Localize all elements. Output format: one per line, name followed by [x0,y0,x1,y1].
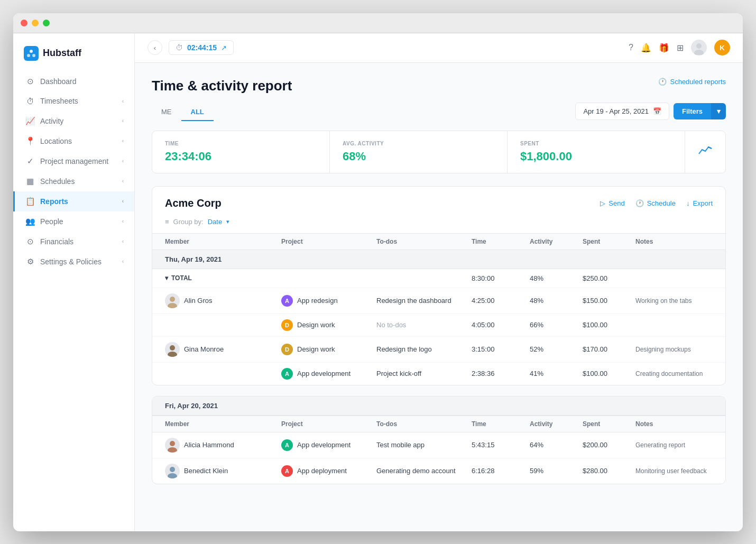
col-activity: Activity [530,420,583,428]
sidebar-item-schedules[interactable]: ▦ Schedules ‹ [13,171,134,191]
sidebar-item-label: Activity [40,117,63,125]
project-cell: D Design work [281,344,376,355]
avatar [165,342,180,357]
activity-cell: 41% [530,370,583,377]
minimize-button[interactable] [32,20,39,26]
todos-cell: Project kick-off [376,370,472,377]
user-avatar[interactable] [691,40,707,56]
col-time: Time [472,238,530,245]
report-section-2: Fri, Apr 20, 2021 Member Project To-dos … [152,396,726,484]
col-project: Project [281,420,376,428]
stat-time-value: 23:34:06 [165,150,317,163]
activity-icon: 📈 [25,116,35,126]
activity-cell: 66% [530,321,583,329]
col-notes: Notes [635,420,713,428]
project-cell: A App redesign [281,295,376,307]
tab-me[interactable]: ME [152,104,181,121]
stat-time-label: TIME [165,141,317,146]
chevron-icon: ‹ [122,218,124,224]
maximize-button[interactable] [43,20,50,26]
tab-all[interactable]: ALL [181,104,214,121]
send-action[interactable]: ▷ Send [600,199,624,207]
locations-icon: 📍 [25,136,35,146]
stat-spent-value: $1,800.00 [520,150,672,163]
sidebar-item-timesheets[interactable]: ⏱ Timesheets ‹ [13,91,134,111]
table-row: Alicia Hammond A App development Test mo… [152,432,725,458]
help-icon[interactable]: ? [629,43,633,52]
timesheets-icon: ⏱ [25,97,35,106]
date-range-picker[interactable]: Apr 19 - Apr 25, 2021 📅 [575,103,669,120]
member-cell: Gina Monroe [165,342,281,357]
member-cell: Alin Gros [165,293,281,308]
activity-cell: 59% [530,467,583,475]
total-spent: $250.00 [583,274,635,282]
col-activity: Activity [530,238,583,245]
stat-spent-label: SPENT [520,141,672,146]
svg-point-0 [30,50,33,53]
sidebar-item-dashboard[interactable]: ⊙ Dashboard [13,71,134,91]
sidebar-item-locations[interactable]: 📍 Locations ‹ [13,131,134,151]
filters-button[interactable]: Filters [674,103,711,119]
project-badge: D [281,344,293,355]
schedule-action[interactable]: 🕐 Schedule [635,199,676,207]
schedules-icon: ▦ [25,177,35,186]
group-by-dropdown-icon[interactable]: ▾ [226,218,229,225]
time-cell: 3:15:00 [472,345,530,353]
todos-cell: Redesign the logo [376,345,472,353]
sidebar-logo: Hubstaff [13,39,134,71]
sidebar-item-label: Locations [40,137,72,145]
notes-cell: Generating report [635,441,713,449]
report-actions: ▷ Send 🕐 Schedule ↓ Export [600,199,713,207]
svg-point-8 [168,352,177,357]
svg-point-3 [696,43,702,49]
notes-cell: Designing mockups [635,346,713,353]
stat-chart-area[interactable] [685,131,725,173]
close-button[interactable] [21,20,27,26]
chevron-icon: ‹ [122,118,124,124]
chevron-icon: ‹ [122,198,124,204]
notification-icon[interactable]: 🔔 [641,43,651,53]
time-cell: 2:38:36 [472,370,530,377]
spent-cell: $170.00 [583,345,635,353]
org-name: Acme Corp [165,197,222,209]
app-window: Hubstaff ⊙ Dashboard ⏱ Timesheets ‹ 📈 [13,13,743,531]
table-header: Member Project To-dos Time Activity Spen… [152,233,725,250]
col-time: Time [472,420,530,428]
sidebar-item-people[interactable]: 👥 People ‹ [13,211,134,232]
sidebar-item-label: Settings & Policies [40,257,102,266]
spent-cell: $280.00 [583,467,635,475]
calendar-icon: 📅 [653,107,661,115]
report-section: Acme Corp ▷ Send 🕐 Schedule ↓ [152,186,726,385]
group-by-value[interactable]: Date [208,218,222,226]
user-initial-avatar[interactable]: K [714,40,730,56]
scheduled-reports-link[interactable]: 🕐 Scheduled reports [658,78,726,86]
member-cell: Benedict Klein [165,464,281,478]
date-group-header-2: Fri, Apr 20, 2021 [152,397,725,416]
total-row: ▾ TOTAL 8:30:00 48% $250.00 [152,269,725,288]
sidebar-item-project-management[interactable]: ✓ Project management ‹ [13,151,134,171]
svg-point-9 [170,441,175,446]
avatar [165,293,180,308]
table-row: A App development Project kick-off 2:38:… [152,363,725,385]
timer-box[interactable]: ⏱ 02:44:15 ↗ [169,40,234,55]
notes-cell: Monitoring user feedback [635,467,713,475]
table-row: Alin Gros A App redesign Redesign the da… [152,288,725,314]
gift-icon[interactable]: 🎁 [659,43,669,53]
people-icon: 👥 [25,217,35,226]
filters-dropdown-button[interactable]: ▾ [711,103,726,119]
collapse-icon[interactable]: ▾ [165,274,168,282]
sidebar-item-activity[interactable]: 📈 Activity ‹ [13,111,134,131]
sidebar-item-reports[interactable]: 📋 Reports ‹ [13,191,134,211]
svg-point-6 [168,303,177,308]
project-name: App redesign [297,297,338,305]
stat-activity: AVG. ACTIVITY 68% [330,131,508,173]
topbar: ‹ ⏱ 02:44:15 ↗ ? 🔔 🎁 ⊞ K [135,33,743,63]
grid-icon[interactable]: ⊞ [677,43,684,53]
todos-cell: Redesign the dashboard [376,297,472,305]
col-todos: To-dos [376,420,472,428]
back-button[interactable]: ‹ [147,40,162,55]
sidebar-item-settings[interactable]: ⚙ Settings & Policies ‹ [13,252,134,272]
export-action[interactable]: ↓ Export [686,199,713,207]
project-name: Design work [297,321,335,329]
sidebar-item-financials[interactable]: ⊙ Financials ‹ [13,232,134,252]
